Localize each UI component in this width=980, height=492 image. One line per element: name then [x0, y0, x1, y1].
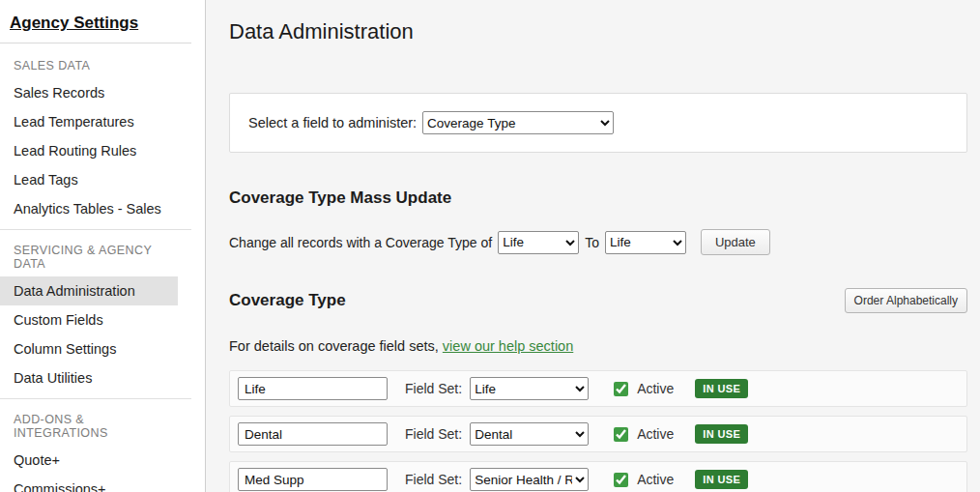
coverage-rows: Field Set: Life Active IN USE Field Set:…: [229, 370, 967, 492]
coverage-row: Field Set: Life Active IN USE: [229, 370, 967, 407]
field-set-dropdown[interactable]: Life: [470, 377, 589, 400]
mass-update-heading: Coverage Type Mass Update: [229, 188, 967, 208]
field-set-label: Field Set:: [405, 472, 462, 487]
active-checkbox[interactable]: [614, 473, 628, 487]
coverage-name-input[interactable]: [238, 377, 388, 400]
sidebar-item-data-administration[interactable]: Data Administration: [0, 276, 178, 305]
active-label: Active: [637, 426, 674, 442]
in-use-badge: IN USE: [695, 379, 748, 398]
sidebar-item-custom-fields[interactable]: Custom Fields: [0, 305, 178, 334]
active-checkbox[interactable]: [614, 382, 628, 396]
coverage-type-header-row: Coverage Type Order Alphabetically: [229, 288, 967, 313]
sidebar-section-header: SALES DATA: [0, 51, 205, 78]
sidebar-item-lead-tags[interactable]: Lead Tags: [0, 165, 191, 194]
field-set-label: Field Set:: [405, 426, 462, 442]
mass-update-to-label: To: [585, 235, 599, 250]
mass-update-text: Change all records with a Coverage Type …: [229, 235, 492, 250]
field-set-dropdown[interactable]: Senior Health / RX: [470, 468, 589, 491]
coverage-name-input[interactable]: [238, 422, 388, 446]
active-checkbox[interactable]: [614, 427, 628, 442]
sidebar-item-quote-plus[interactable]: Quote+: [0, 446, 178, 475]
sidebar-item-lead-temperatures[interactable]: Lead Temperatures: [0, 107, 191, 136]
help-section-link[interactable]: view our help section: [443, 338, 573, 354]
sidebar-section-header: ADD-ONS & INTEGRATIONS: [0, 405, 191, 446]
active-label: Active: [637, 381, 674, 396]
active-label: Active: [637, 472, 674, 487]
coverage-row: Field Set: Dental Active IN USE: [229, 416, 967, 452]
mass-update-controls: Change all records with a Coverage Type …: [229, 229, 967, 255]
sidebar-item-commissions-plus[interactable]: Commissions+: [0, 475, 178, 492]
order-alphabetically-button[interactable]: Order Alphabetically: [845, 288, 967, 313]
mass-update-to-dropdown[interactable]: Life: [605, 231, 686, 254]
sidebar-item-data-utilities[interactable]: Data Utilities: [0, 363, 178, 392]
coverage-type-heading: Coverage Type: [229, 291, 346, 310]
coverage-help-line: For details on coverage field sets, view…: [229, 338, 967, 354]
coverage-row: Field Set: Senior Health / RX Active IN …: [229, 461, 967, 492]
coverage-name-input[interactable]: [238, 468, 388, 491]
field-set-dropdown[interactable]: Dental: [470, 422, 589, 446]
in-use-badge: IN USE: [695, 470, 748, 489]
app-window: Agency Settings SALES DATA Sales Records…: [0, 0, 980, 492]
page-title: Data Administration: [229, 19, 967, 44]
field-set-label: Field Set:: [405, 381, 462, 396]
settings-sidebar: Agency Settings SALES DATA Sales Records…: [0, 0, 206, 492]
field-selector-card: Select a field to administer: Coverage T…: [229, 93, 967, 153]
update-button[interactable]: Update: [701, 229, 770, 255]
sidebar-item-column-settings[interactable]: Column Settings: [0, 334, 178, 363]
sidebar-item-sales-records[interactable]: Sales Records: [0, 78, 191, 107]
field-selector-label: Select a field to administer:: [248, 115, 417, 130]
sidebar-section-sales: SALES DATA Sales Records Lead Temperatur…: [0, 49, 205, 223]
sidebar-section-header: SERVICING & AGENCY DATA: [0, 236, 191, 276]
coverage-help-text: For details on coverage field sets,: [229, 338, 439, 354]
in-use-badge: IN USE: [695, 424, 748, 444]
mass-update-from-dropdown[interactable]: Life: [498, 231, 579, 254]
sidebar-section-servicing: SERVICING & AGENCY DATA Data Administrat…: [0, 229, 191, 392]
main-content: Data Administration Select a field to ad…: [206, 0, 980, 492]
sidebar-title[interactable]: Agency Settings: [0, 10, 191, 43]
sidebar-section-addons: ADD-ONS & INTEGRATIONS Quote+ Commission…: [0, 398, 191, 492]
field-selector-dropdown[interactable]: Coverage Type: [422, 111, 614, 134]
sidebar-item-lead-routing-rules[interactable]: Lead Routing Rules: [0, 136, 191, 165]
sidebar-item-analytics-tables-sales[interactable]: Analytics Tables - Sales: [0, 194, 191, 223]
